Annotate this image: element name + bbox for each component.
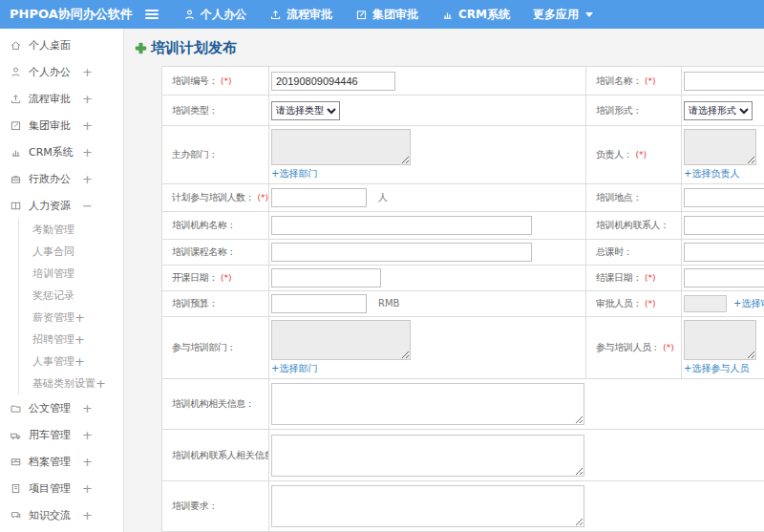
select-join-dept-link[interactable]: +选择部门 xyxy=(271,362,585,375)
expander-plus[interactable]: + xyxy=(82,428,93,442)
field-label: 结课日期： xyxy=(596,272,642,283)
sidebar-subitem-personnel[interactable]: 人事管理 + xyxy=(19,351,123,372)
sidebar-subitem-attendance[interactable]: 考勤管理 xyxy=(19,219,123,241)
org-contact-info-textarea[interactable] xyxy=(271,435,584,477)
expander-plus[interactable]: + xyxy=(96,376,106,391)
org-info-textarea[interactable] xyxy=(271,383,584,425)
sidebar-item-admin-office[interactable]: 行政办公 + xyxy=(0,165,123,192)
host-dept-textarea[interactable] xyxy=(271,129,411,165)
upload-icon xyxy=(10,93,22,105)
sidebar-item-label: 流程审批 xyxy=(29,92,71,106)
training-type-select[interactable]: 请选择类型 xyxy=(271,101,340,120)
sidebar-item-hr[interactable]: 人力资源 − xyxy=(0,192,123,219)
required-mark: (*) xyxy=(221,76,232,86)
page-title-text: 培训计划发布 xyxy=(151,39,237,57)
leader-textarea[interactable] xyxy=(684,129,756,165)
sidebar-subitem-base-category[interactable]: 基础类别设置 + xyxy=(19,372,123,394)
sidebar-item-label: 集团审批 xyxy=(29,118,71,133)
sidebar-item-label: CRM系统 xyxy=(29,145,74,160)
edit-icon xyxy=(355,9,368,21)
location-input[interactable] xyxy=(684,188,764,207)
approver-input[interactable] xyxy=(684,295,727,312)
required-mark: (*) xyxy=(663,343,674,352)
hamburger-icon[interactable] xyxy=(145,8,159,21)
sidebar-item-label: 人事合同 xyxy=(32,245,74,259)
form-row: 培训机构名称： 培训机构联系人： xyxy=(162,212,764,240)
sidebar-subitem-hr-contract[interactable]: 人事合同 xyxy=(19,241,123,263)
budget-input[interactable] xyxy=(271,294,367,313)
training-mode-select[interactable]: 请选择形式 xyxy=(684,101,753,120)
sidebar-item-archives[interactable]: 档案管理 + xyxy=(0,448,123,475)
expander-plus[interactable]: + xyxy=(82,65,93,79)
field-label: 培训编号： xyxy=(172,75,218,86)
add-icon xyxy=(135,42,147,54)
select-leader-link[interactable]: +选择负责人 xyxy=(684,167,764,181)
book-icon xyxy=(10,200,22,212)
nav-item-crm[interactable]: CRM系统 xyxy=(430,0,521,29)
expander-plus[interactable]: + xyxy=(74,354,85,369)
sidebar-item-label: 个人桌面 xyxy=(29,38,71,53)
expander-plus[interactable]: + xyxy=(82,172,93,186)
nav-item-workflow-approval[interactable]: 流程审批 xyxy=(258,0,344,29)
folder-icon xyxy=(10,402,22,415)
unit-suffix: 人 xyxy=(378,192,388,202)
expander-plus[interactable]: + xyxy=(82,401,93,415)
expander-plus[interactable]: + xyxy=(82,145,93,160)
nav-item-group-approval[interactable]: 集团审批 xyxy=(344,0,430,29)
nav-item-label: CRM系统 xyxy=(458,7,510,23)
sidebar-item-desktop[interactable]: 个人桌面 xyxy=(0,32,123,58)
join-users-textarea[interactable] xyxy=(684,320,756,360)
sidebar-item-knowledge[interactable]: 知识交流 + xyxy=(0,501,123,528)
nav-item-label: 流程审批 xyxy=(286,7,332,23)
nav-item-label: 个人办公 xyxy=(201,7,246,23)
total-hours-input[interactable] xyxy=(684,243,764,262)
form-row: 参与培训部门： +选择部门 参与培训人员：(*) +选择参与人员 xyxy=(162,317,764,379)
training-name-input[interactable] xyxy=(684,72,764,91)
required-mark: (*) xyxy=(635,150,647,160)
select-approver-link[interactable]: +选择审批人员 xyxy=(733,298,764,309)
sidebar-item-personal-office[interactable]: 个人办公 + xyxy=(0,58,123,85)
sidebar: 个人桌面 个人办公 + 流程审批 + 集团审批 + CRM系统 + 行政办公 +… xyxy=(0,29,124,532)
sidebar-item-projects[interactable]: 项目管理 + xyxy=(0,475,123,501)
expander-plus[interactable]: + xyxy=(82,118,93,133)
edit-icon xyxy=(10,119,22,132)
sidebar-item-label: 行政办公 xyxy=(29,172,71,186)
sidebar-subitem-training[interactable]: 培训管理 xyxy=(19,263,123,285)
training-no-input[interactable] xyxy=(271,72,395,91)
participant-count-input[interactable] xyxy=(271,188,367,207)
nav-item-personal-office[interactable]: 个人办公 xyxy=(172,0,258,29)
expander-plus[interactable]: + xyxy=(82,92,93,106)
field-label: 培训类型： xyxy=(172,105,218,116)
course-name-input[interactable] xyxy=(271,243,532,262)
form-row: 培训编号：(*) 培训名称：(*) xyxy=(162,67,764,96)
end-date-input[interactable] xyxy=(684,268,764,287)
sidebar-item-workflow-approval[interactable]: 流程审批 + xyxy=(0,85,123,112)
form-row: 开课日期：(*) 结课日期：(*) xyxy=(162,266,764,291)
expander-minus[interactable]: − xyxy=(82,199,93,213)
select-join-users-link[interactable]: +选择参与人员 xyxy=(684,362,764,375)
form-row: 培训预算： RMB 审批人员：(*) +选择审批人员 xyxy=(162,291,764,317)
expander-plus[interactable]: + xyxy=(74,332,85,347)
expander-plus[interactable]: + xyxy=(82,481,93,496)
sidebar-subitem-recruit[interactable]: 招聘管理 + xyxy=(19,329,123,351)
join-dept-textarea[interactable] xyxy=(271,320,411,360)
sidebar-item-group-approval[interactable]: 集团审批 + xyxy=(0,112,123,138)
nav-item-more-apps[interactable]: 更多应用 xyxy=(521,0,605,29)
bar-chart-icon xyxy=(441,9,454,21)
sidebar-item-documents[interactable]: 公文管理 + xyxy=(0,394,123,421)
sidebar-subitem-rewards[interactable]: 奖惩记录 xyxy=(19,285,123,307)
sidebar-item-crm[interactable]: CRM系统 + xyxy=(0,138,123,165)
start-date-input[interactable] xyxy=(271,268,381,287)
select-dept-link[interactable]: +选择部门 xyxy=(271,167,585,181)
expander-plus[interactable]: + xyxy=(74,310,85,325)
currency-suffix: RMB xyxy=(378,298,399,309)
sidebar-item-vehicle[interactable]: 用车管理 + xyxy=(0,421,123,448)
sidebar-subitem-salary[interactable]: 薪资管理 + xyxy=(19,307,123,329)
org-name-input[interactable] xyxy=(271,216,532,235)
archive-icon xyxy=(10,456,22,468)
expander-plus[interactable]: + xyxy=(82,508,93,522)
requirement-textarea[interactable] xyxy=(271,485,584,527)
org-contact-input[interactable] xyxy=(684,216,764,235)
notebook-icon xyxy=(10,482,22,495)
expander-plus[interactable]: + xyxy=(82,455,93,469)
